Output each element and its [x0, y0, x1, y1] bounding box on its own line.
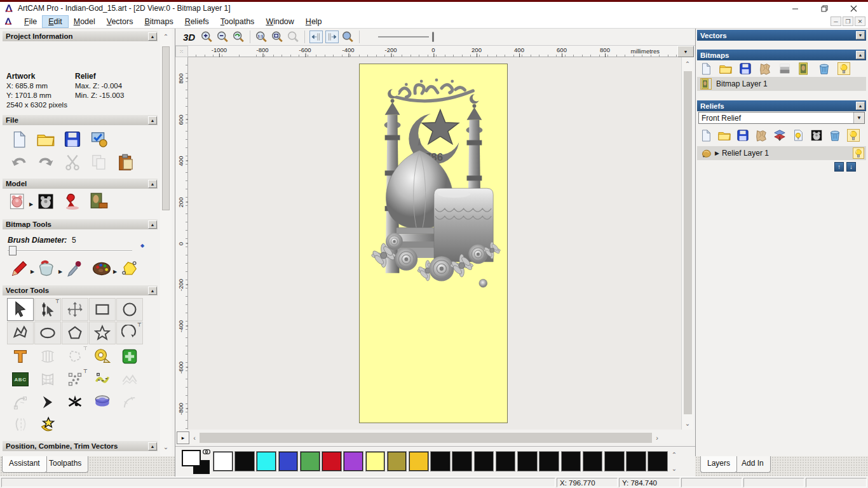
relief-layer-row[interactable]: + ▶ Relief Layer 1 [697, 146, 866, 160]
palette-swatch-8[interactable] [388, 452, 407, 471]
create-polygon-button[interactable] [62, 322, 88, 344]
offset-vector-button[interactable]: ⊤ [62, 346, 88, 367]
pick-colour-icon[interactable] [66, 260, 84, 278]
palette-swatch-10[interactable] [431, 452, 450, 471]
menu-help[interactable]: Help [300, 16, 328, 27]
collapse-button[interactable]: ▲ [856, 102, 865, 110]
visibility-icon[interactable] [847, 129, 860, 142]
palette-swatch-0[interactable] [214, 452, 233, 471]
gradient-icon[interactable] [778, 62, 791, 75]
model-properties-icon[interactable] [90, 130, 108, 148]
scroll-up-icon[interactable]: ⌃ [682, 58, 693, 69]
magnifier-icon[interactable] [341, 30, 355, 43]
restore-button[interactable] [810, 2, 839, 15]
mdi-restore-button[interactable]: ❐ [843, 17, 853, 26]
splitter-button[interactable]: ▸ [177, 431, 189, 444]
undo-icon[interactable] [10, 154, 28, 172]
new-relief-icon[interactable] [700, 129, 712, 142]
relief-thumbnail-icon[interactable] [810, 129, 823, 142]
collapse-button[interactable]: ▲ [148, 116, 157, 125]
slider-thumb[interactable] [9, 246, 17, 255]
link-colours-icon[interactable] [202, 449, 211, 455]
tab-layers[interactable]: Layers [700, 456, 737, 473]
create-arc-button[interactable]: ⊤ [116, 322, 143, 344]
pan-left-icon[interactable] [309, 30, 323, 43]
paste-vector-button[interactable] [116, 346, 143, 367]
menu-edit[interactable]: Edit [43, 16, 68, 27]
close-button[interactable] [839, 2, 868, 15]
visibility-icon[interactable] [837, 62, 850, 75]
free-form-button[interactable] [116, 369, 143, 390]
collapse-button[interactable]: ▲ [148, 287, 157, 295]
mdi-close-button[interactable]: ✕ [855, 17, 865, 26]
collapse-button[interactable]: ▲ [148, 180, 157, 188]
create-rectangle-button[interactable] [89, 298, 116, 321]
fillet-button[interactable] [116, 391, 143, 413]
palette-swatch-19[interactable] [627, 452, 646, 471]
palette-swatch-6[interactable] [344, 452, 363, 471]
bitmaps-header[interactable]: Bitmaps ▲ [697, 50, 866, 60]
crumple-icon[interactable] [759, 62, 771, 75]
menu-toolpaths[interactable]: Toolpaths [215, 16, 261, 27]
copy-icon[interactable] [90, 154, 108, 172]
preview-icon[interactable] [798, 62, 811, 75]
move-layer-down-button[interactable]: ↓ [846, 162, 856, 172]
menu-reliefs[interactable]: Reliefs [179, 16, 215, 27]
palette-swatch-2[interactable] [257, 452, 276, 471]
move-layer-up-button[interactable]: ↑ [834, 162, 844, 172]
mirror-vectors-button[interactable] [7, 414, 34, 435]
palette-swatch-7[interactable] [366, 452, 385, 471]
open-relief-icon[interactable] [718, 129, 731, 142]
palette-swatch-18[interactable] [605, 452, 624, 471]
measure-button[interactable] [89, 346, 116, 367]
colour-palette-icon[interactable] [93, 260, 111, 278]
palette-swatch-15[interactable] [539, 452, 559, 471]
flood-fill-icon[interactable] [38, 260, 56, 278]
vectors-header[interactable]: Vectors ▼ [697, 30, 866, 41]
scroll-down-icon[interactable]: ⌄ [160, 442, 172, 452]
bitmap-layer-row[interactable]: Bitmap Layer 1 [697, 77, 866, 91]
node-editing-button[interactable]: ⊤ [34, 298, 61, 321]
reliefs-header[interactable]: Reliefs ▲ [697, 100, 866, 111]
canvas-hscrollbar[interactable]: ▸ ‹ › [175, 430, 695, 446]
palette-swatch-17[interactable] [583, 452, 602, 471]
flyout-arrow-icon[interactable]: ▶ [31, 269, 34, 274]
scroll-up-icon[interactable]: ⌃ [160, 31, 172, 41]
save-model-icon[interactable] [64, 130, 81, 148]
scroll-up-icon[interactable]: ⌃ [668, 449, 680, 459]
cut-icon[interactable] [64, 154, 81, 172]
assistant-scrollbar[interactable]: ⌃ ⌄ [160, 29, 172, 456]
brush-diameter-slider[interactable] [8, 250, 132, 252]
set-model-position-icon[interactable] [37, 193, 55, 210]
scrollbar-thumb[interactable] [162, 46, 170, 210]
flyout-dot-icon[interactable]: ◆ [140, 243, 144, 248]
scroll-down-icon[interactable]: ⌄ [668, 463, 680, 473]
paste-icon[interactable] [117, 154, 135, 172]
redo-icon[interactable] [37, 154, 55, 172]
merge-relief-icon[interactable] [773, 129, 786, 142]
palette-swatch-5[interactable] [322, 452, 341, 471]
palette-swatch-4[interactable] [301, 452, 320, 471]
zoom-box-icon[interactable] [271, 30, 284, 43]
minimize-button[interactable] [780, 2, 810, 15]
canvas-vscrollbar[interactable]: ⌃ ⌄ [681, 57, 694, 430]
flyout-arrow-icon[interactable]: ▶ [58, 269, 62, 274]
open-bitmap-icon[interactable] [719, 62, 732, 75]
design-canvas[interactable]: 786 [188, 57, 681, 430]
flyout-arrow-icon[interactable]: ▶ [113, 269, 117, 274]
palette-swatch-20[interactable] [648, 452, 667, 471]
view-3d-button[interactable]: 3D [180, 32, 198, 43]
zoom-out-icon[interactable] [216, 30, 229, 43]
collapse-button[interactable]: ▲ [148, 442, 157, 451]
save-bitmap-icon[interactable] [739, 62, 752, 75]
zoom-in-icon[interactable] [200, 30, 214, 43]
vector-doctor-button[interactable] [34, 414, 61, 435]
new-bitmap-icon[interactable] [700, 62, 712, 75]
open-model-icon[interactable] [37, 130, 55, 148]
relief-visibility-icon[interactable] [853, 147, 864, 159]
relief-selector[interactable]: Front Relief ▼ [698, 112, 865, 124]
edit-model-image-icon[interactable] [90, 193, 108, 210]
palette-swatch-16[interactable] [562, 452, 581, 471]
palette-swatch-14[interactable] [518, 452, 537, 471]
palette-swatch-3[interactable] [279, 452, 298, 471]
